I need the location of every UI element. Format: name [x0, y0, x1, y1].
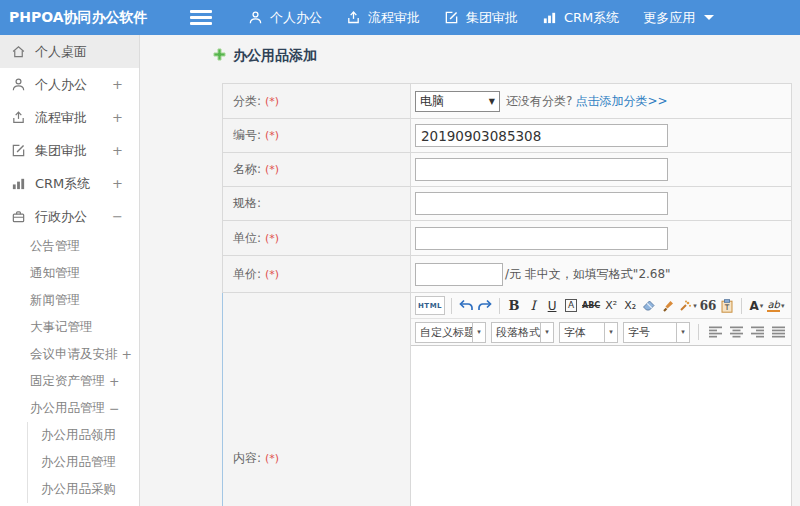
sidebar-item-workflow-approval[interactable]: 流程审批 + — [0, 101, 139, 134]
expand-plus-icon[interactable]: + — [109, 374, 119, 389]
selected-value: 电脑 — [420, 93, 444, 110]
caret-down-icon: ▾ — [760, 302, 764, 310]
sidebar-label: 固定资产管理 — [30, 373, 105, 390]
nav-workflow-approval[interactable]: 流程审批 — [334, 0, 432, 35]
sidebar-item-personal-desktop[interactable]: 个人桌面 — [0, 35, 139, 68]
sidebar-label: 流程审批 — [35, 109, 87, 127]
align-center-icon[interactable] — [728, 323, 744, 342]
sidebar-label: 个人桌面 — [35, 43, 87, 61]
sidebar-item-notice-mgmt[interactable]: 通知管理 — [0, 260, 139, 287]
eraser-icon[interactable] — [641, 296, 657, 315]
superscript-button[interactable]: X² — [603, 296, 619, 315]
custom-heading-select[interactable]: 自定义标题 ▾ — [415, 322, 486, 343]
sidebar-item-office-supplies-mgmt[interactable]: 办公用品管理 − — [0, 395, 139, 422]
highlight-color-button[interactable]: ab ▾ — [767, 296, 784, 315]
menu-icon[interactable] — [190, 8, 212, 27]
sidebar-label: 办公用品管理 — [30, 400, 105, 417]
sidebar-item-personal-office[interactable]: 个人办公 + — [0, 68, 139, 101]
toolbar-separator — [741, 298, 742, 314]
underline-button[interactable]: U — [544, 296, 560, 315]
nav-personal-office[interactable]: 个人办公 — [236, 0, 334, 35]
collapse-minus-icon[interactable]: − — [109, 401, 119, 416]
blockquote-button[interactable]: 66 — [700, 296, 717, 315]
collapse-minus-icon[interactable]: − — [112, 209, 123, 224]
price-input[interactable] — [415, 263, 503, 286]
page-title-text: 办公用品添加 — [233, 47, 317, 65]
sidebar-item-admin-office[interactable]: 行政办公 − — [0, 200, 139, 233]
font-color-button[interactable]: A ▾ — [748, 296, 764, 315]
add-icon — [213, 48, 226, 64]
sidebar-item-group-approval[interactable]: 集团审批 + — [0, 134, 139, 167]
sidebar-item-supplies-claim[interactable]: 办公用品领用 — [28, 422, 139, 449]
sidebar-label: 会议申请及安排 — [30, 346, 118, 363]
required-mark: (*) — [265, 163, 279, 176]
sidebar-item-memorabilia-mgmt[interactable]: 大事记管理 — [0, 314, 139, 341]
chart-icon — [542, 10, 557, 25]
label-text: 单位: — [233, 230, 261, 247]
unit-input[interactable] — [415, 227, 668, 250]
undo-button[interactable] — [458, 296, 474, 315]
sidebar-item-announcement-mgmt[interactable]: 公告管理 — [0, 233, 139, 260]
subscript-button[interactable]: X₂ — [622, 296, 638, 315]
add-category-link[interactable]: 点击添加分类>> — [575, 93, 667, 110]
editor-toolbar-row1: HTML B I U A ABC X² X₂ — [411, 293, 791, 319]
sidebar: 个人桌面 个人办公 + 流程审批 + 集团审批 + CRM系统 + 行政办公 − — [0, 35, 140, 506]
editor-body[interactable] — [411, 346, 791, 506]
nav-more-apps[interactable]: 更多应用 — [631, 0, 726, 35]
form-row-name: 名称: (*) — [222, 153, 791, 187]
app-logo: PHPOA协同办公软件 — [0, 9, 148, 27]
paragraph-format-select[interactable]: 段落格式 ▾ — [491, 322, 554, 343]
expand-plus-icon[interactable]: + — [112, 176, 123, 191]
category-hint: 还没有分类? — [506, 93, 572, 110]
html-source-button[interactable]: HTML — [415, 296, 445, 315]
paste-icon[interactable]: T — [719, 296, 735, 315]
form-row-code: 编号: (*) — [222, 119, 791, 153]
sidebar-item-meeting-request[interactable]: 会议申请及安排 + — [0, 341, 139, 368]
expand-plus-icon[interactable]: + — [112, 110, 123, 125]
sidebar-item-crm-system[interactable]: CRM系统 + — [0, 167, 139, 200]
caret-down-icon: ▾ — [693, 302, 697, 310]
redo-button[interactable] — [477, 296, 493, 315]
edit-icon — [444, 10, 459, 25]
nav-label: CRM系统 — [564, 9, 619, 27]
spec-input[interactable] — [415, 192, 668, 215]
name-input[interactable] — [415, 158, 668, 181]
font-size-select[interactable]: 字号 ▾ — [623, 322, 690, 343]
italic-button[interactable]: I — [525, 296, 541, 315]
top-navigation: 个人办公 流程审批 集团审批 CRM系统 更多应用 — [236, 0, 726, 35]
sidebar-label: CRM系统 — [35, 175, 90, 193]
code-input[interactable] — [415, 124, 668, 147]
price-format-hint: /元 非中文，如填写格式"2.68" — [505, 266, 671, 283]
paint-color-button[interactable]: ▾ — [679, 296, 697, 315]
sidebar-item-supplies-manage[interactable]: 办公用品管理 — [28, 449, 139, 476]
nav-label: 流程审批 — [368, 9, 420, 27]
briefcase-icon — [11, 209, 26, 224]
sidebar-label: 办公用品管理 — [41, 454, 116, 471]
sidebar-item-news-mgmt[interactable]: 新闻管理 — [0, 287, 139, 314]
category-select[interactable]: 电脑 ▼ — [415, 91, 500, 112]
nav-crm-system[interactable]: CRM系统 — [530, 0, 631, 35]
home-icon — [11, 44, 26, 59]
required-mark: (*) — [265, 95, 279, 108]
align-justify-icon[interactable] — [770, 323, 786, 342]
strikethrough-button[interactable]: ABC — [582, 296, 600, 315]
rich-text-editor: HTML B I U A ABC X² X₂ — [411, 293, 791, 506]
font-border-button[interactable]: A — [563, 296, 579, 315]
font-family-select[interactable]: 字体 ▾ — [559, 322, 618, 343]
align-right-icon[interactable] — [749, 323, 765, 342]
sidebar-item-fixed-assets-mgmt[interactable]: 固定资产管理 + — [0, 368, 139, 395]
form-row-category: 分类: (*) 电脑 ▼ 还没有分类? 点击添加分类>> — [222, 84, 791, 119]
align-left-icon[interactable] — [707, 323, 723, 342]
dropdown-arrow-icon: ▾ — [473, 322, 486, 343]
format-brush-icon[interactable] — [660, 296, 676, 315]
expand-plus-icon[interactable]: + — [122, 347, 132, 362]
expand-plus-icon[interactable]: + — [112, 77, 123, 92]
bold-button[interactable]: B — [506, 296, 522, 315]
toolbar-separator — [499, 298, 500, 314]
svg-text:T: T — [724, 303, 730, 312]
nav-group-approval[interactable]: 集团审批 — [432, 0, 530, 35]
expand-plus-icon[interactable]: + — [112, 143, 123, 158]
sidebar-item-supplies-purchase[interactable]: 办公用品采购 — [28, 476, 139, 503]
field-label: 编号: (*) — [223, 119, 411, 152]
sidebar-label: 个人办公 — [35, 76, 87, 94]
